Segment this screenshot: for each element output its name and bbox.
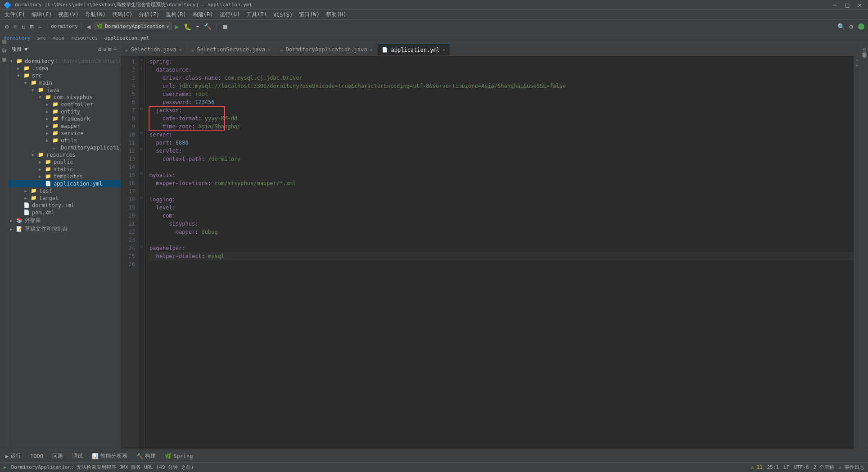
tree-resources[interactable]: ▼ 📁 resources: [8, 151, 120, 159]
gutter-fold-24[interactable]: ⊟: [139, 242, 145, 250]
menu-help[interactable]: 帮助(H): [323, 10, 349, 19]
window-controls[interactable]: ─ □ ✕: [830, 1, 864, 9]
user-avatar[interactable]: [858, 23, 864, 30]
tree-mapper[interactable]: ▶ 📁 mapper: [8, 123, 120, 130]
breadcrumb-dormitory[interactable]: dormitory: [4, 35, 31, 41]
toolbar-collapse-icon[interactable]: —: [37, 22, 43, 31]
run-config-dropdown[interactable]: 🌿 DormitoryApplication ▼: [94, 23, 172, 30]
menu-build[interactable]: 构建(B): [190, 10, 216, 19]
search-everywhere-icon[interactable]: 🔍: [836, 22, 846, 31]
favorites-tab-label[interactable]: 收藏夹: [0, 63, 8, 68]
tree-dormitory-iml[interactable]: ▶ 📄 dormitory.iml: [8, 202, 120, 209]
tree-entity[interactable]: ▶ 📁 entity: [8, 108, 120, 115]
tree-application-yml[interactable]: ▶ 📄 application.yml: [8, 180, 120, 187]
menu-analyze[interactable]: 分析(Z): [136, 10, 162, 19]
gutter-fold-10[interactable]: ⊟: [139, 129, 145, 137]
tab-selection-service-java[interactable]: ☕ SelectionService.java ✕: [187, 44, 276, 55]
tree-service[interactable]: ▶ 📁 service: [8, 130, 120, 137]
gutter-fold-1[interactable]: ⊟: [139, 56, 145, 64]
tree-idea[interactable]: ▶ 📁 .idea: [8, 65, 120, 72]
tree-src[interactable]: ▼ 📁 src: [8, 72, 120, 79]
tree-java[interactable]: ▼ 📁 java: [8, 86, 120, 94]
tree-scratch[interactable]: ▶ 📝 草稿文件和控制台: [8, 225, 120, 233]
tab-close-icon[interactable]: ✕: [268, 47, 271, 52]
gutter-fold-18[interactable]: ⊟: [139, 194, 145, 202]
tree-public[interactable]: ▶ 📁 public: [8, 159, 120, 166]
tree-main[interactable]: ▼ 📁 main: [8, 79, 120, 86]
menu-window[interactable]: 窗口(W): [296, 10, 322, 19]
gutter-fold-12[interactable]: ⊟: [139, 145, 145, 153]
code-editor[interactable]: 1 2 3 4 5 6 7 8 9 10 11 12 13 14 15 16 1…: [121, 56, 860, 449]
breadcrumb-resources[interactable]: resources: [71, 35, 98, 41]
tab-dormitory-app-java[interactable]: ☕ DormitoryApplication.java ✕: [276, 44, 377, 55]
debug-button[interactable]: 🐛: [182, 22, 193, 31]
bottom-tab-problems[interactable]: 问题: [50, 451, 65, 461]
minimize-button[interactable]: ─: [830, 1, 839, 9]
panel-settings-icon[interactable]: ⚙: [98, 46, 101, 53]
maximize-button[interactable]: □: [843, 1, 852, 9]
bottom-tab-profiler[interactable]: 📊 性能分析器: [90, 451, 129, 461]
tree-external-libs[interactable]: ▶ 📚 外部库: [8, 216, 120, 225]
tab-selection-java[interactable]: ☕ Selection.java ✕: [121, 44, 187, 55]
menu-vcs[interactable]: VCS(S): [271, 11, 295, 19]
breadcrumb-main[interactable]: main: [53, 35, 65, 41]
toolbar-settings-icon[interactable]: ⚙: [4, 22, 10, 31]
tab-application-yml[interactable]: 📄 application.yml ✕: [377, 44, 450, 55]
menu-navigate[interactable]: 导航(N): [82, 10, 108, 19]
panel-expand-icon[interactable]: ⊞: [108, 46, 112, 53]
run-button[interactable]: ▶: [174, 22, 180, 31]
tab-close-icon[interactable]: ✕: [370, 47, 372, 52]
menu-code[interactable]: 代码(C): [109, 10, 136, 19]
coverage-button[interactable]: ☂: [194, 22, 201, 31]
gutter-fold-7[interactable]: ⊟: [139, 104, 145, 113]
panel-collapse-icon[interactable]: —: [113, 46, 117, 53]
tree-static[interactable]: ▶ 📁 static: [8, 166, 120, 173]
menu-run[interactable]: 运行(U): [217, 10, 243, 19]
tree-target[interactable]: ▶ 📁 target: [8, 195, 120, 202]
bottom-tab-run[interactable]: ▶ 运行: [4, 451, 23, 461]
tree-templates[interactable]: ▶ 📁 templates: [8, 173, 120, 180]
structure-tab-label[interactable]: 结构: [0, 54, 8, 59]
project-tab-label[interactable]: 项目: [0, 45, 8, 50]
bottom-tab-todo[interactable]: TODO: [28, 452, 45, 460]
menu-view[interactable]: 视图(V): [55, 10, 81, 19]
close-button[interactable]: ✕: [855, 1, 864, 9]
tab-close-icon[interactable]: ✕: [443, 47, 445, 52]
code-content[interactable]: spring: datasource: driver-class-name: c…: [145, 56, 854, 449]
tree-root-dormitory[interactable]: ▼ 📁 dormitory C:\Users\admin\Desktop\高校学…: [8, 58, 120, 65]
stop-button[interactable]: ⏹: [221, 22, 230, 31]
toolbar-align-icon[interactable]: ≡: [12, 22, 18, 31]
gutter-fold-15[interactable]: ⊟: [139, 169, 145, 177]
toolbar-expand-icon[interactable]: ⊞: [28, 22, 35, 31]
warning-status[interactable]: ⚠ 11: [750, 464, 763, 470]
panel-layout-icon[interactable]: ≡: [103, 46, 106, 53]
settings-icon[interactable]: ⚙: [848, 22, 854, 31]
tree-pom-xml[interactable]: ▶ 📄 pom.xml: [8, 209, 120, 216]
event-log-label[interactable]: 事件日志: [860, 59, 868, 64]
menu-edit[interactable]: 编辑(E): [29, 10, 55, 19]
toolbar-sort-icon[interactable]: ⇅: [20, 22, 27, 31]
bottom-tab-build[interactable]: 🔨 构建: [135, 451, 158, 461]
tab-close-icon[interactable]: ✕: [179, 47, 182, 52]
menu-refactor[interactable]: 重构(R): [163, 10, 189, 19]
web-tab-label[interactable]: Web: [861, 45, 868, 59]
breadcrumb-src[interactable]: src: [37, 35, 46, 41]
tree-dormitory-app[interactable]: ▶ ☕ DormitoryApplication: [8, 144, 120, 151]
tree-framework[interactable]: ▶ 📁 framework: [8, 115, 120, 123]
tree-utils[interactable]: ▶ 📁 utils: [8, 137, 120, 144]
menu-tools[interactable]: 工具(T): [244, 10, 270, 19]
tree-com-sisyphus[interactable]: ▼ 📁 com.sisyphus: [8, 94, 120, 101]
tree-test[interactable]: ▶ 📁 test: [8, 187, 120, 195]
bottom-tab-debug[interactable]: 调试: [70, 451, 85, 461]
event-log-status[interactable]: ⚠ 事件日志: [839, 464, 864, 471]
indent-status[interactable]: 2 个空格: [814, 464, 834, 471]
menu-file[interactable]: 文件(F): [2, 10, 28, 19]
line-num-14: 14: [121, 163, 135, 171]
build-button[interactable]: 🔨: [203, 22, 213, 31]
bottom-tab-spring[interactable]: 🌿 Spring: [163, 452, 194, 460]
tree-controller[interactable]: ▶ 📁 controller: [8, 101, 120, 108]
line-num-9: 9: [121, 123, 135, 131]
gutter-fold-2[interactable]: |: [139, 64, 145, 72]
back-icon[interactable]: ◀: [86, 22, 92, 31]
encoding-status[interactable]: UTF-8: [794, 464, 809, 470]
